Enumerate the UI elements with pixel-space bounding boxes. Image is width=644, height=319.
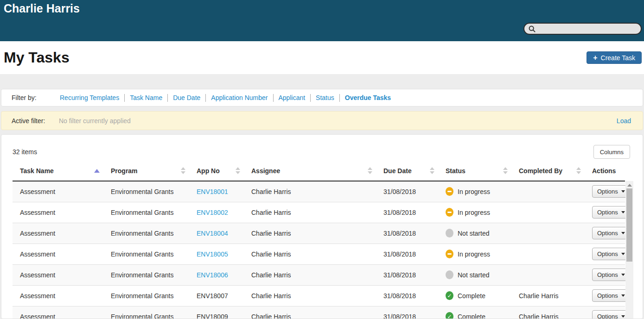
filter-separator [310, 94, 311, 102]
options-button[interactable]: Options [592, 206, 630, 219]
cell-due-date: 31/08/2018 [376, 285, 438, 306]
cell-app-no: ENV18009 [189, 306, 244, 319]
options-button[interactable]: Options [592, 289, 630, 302]
filter-link-application-number[interactable]: Application Number [211, 94, 268, 101]
search-box[interactable] [523, 23, 642, 35]
columns-button[interactable]: Columns [593, 145, 630, 159]
cell-program: Environmental Grants [103, 202, 189, 223]
filter-separator [124, 94, 125, 102]
status-label: Complete [458, 313, 485, 319]
cell-actions: Options [585, 181, 625, 202]
table-row: Assessment Environmental Grants ENV18009… [13, 306, 625, 319]
cell-actions: Options [585, 285, 625, 306]
options-button[interactable]: Options [592, 310, 630, 319]
load-filter-link[interactable]: Load [617, 117, 643, 125]
cell-due-date: 31/08/2018 [376, 202, 438, 223]
filter-links: Recurring TemplatesTask NameDue DateAppl… [60, 94, 391, 102]
items-count: 32 items [13, 148, 37, 156]
cell-task-name: Assessment [13, 202, 103, 223]
cell-actions: Options [585, 244, 625, 264]
active-filter-label: Active filter: [1, 117, 59, 125]
filter-link-recurring-templates[interactable]: Recurring Templates [60, 94, 119, 101]
options-button[interactable]: Options [592, 185, 630, 198]
caret-down-icon [621, 294, 625, 297]
cell-program: Environmental Grants [103, 306, 189, 319]
cell-app-no: ENV18002 [189, 202, 244, 223]
app-no-link[interactable]: ENV18006 [197, 271, 228, 279]
filter-link-status[interactable]: Status [316, 94, 334, 101]
status-complete-icon [446, 312, 453, 319]
cell-status: Not started [438, 264, 511, 285]
app-no-link[interactable]: ENV18004 [197, 230, 228, 237]
scrollbar-thumb[interactable] [626, 188, 632, 262]
options-button[interactable]: Options [592, 227, 630, 239]
sort-icon [503, 167, 508, 174]
cell-program: Environmental Grants [103, 181, 189, 202]
top-banner: Charlie Harris [0, 0, 644, 41]
column-header-actions: Actions [585, 161, 625, 181]
table-scrollbar[interactable] [625, 181, 633, 319]
status-in-progress-icon [446, 187, 453, 196]
app-window: Charlie Harris My Tasks + Create Task Fi… [0, 0, 644, 319]
table-toolbar: 32 items Columns [1, 135, 643, 161]
cell-status: In progress [438, 202, 511, 223]
filter-by-label: Filter by: [1, 94, 60, 101]
caret-down-icon [621, 253, 625, 255]
filter-separator [273, 94, 274, 102]
column-header-due-date[interactable]: Due Date [376, 161, 438, 181]
cell-completed-by [511, 244, 585, 264]
column-header-status[interactable]: Status [438, 161, 511, 181]
sort-icon [236, 167, 240, 174]
create-task-button[interactable]: + Create Task [587, 51, 642, 64]
cell-app-no: ENV18004 [189, 223, 244, 244]
cell-due-date: 31/08/2018 [376, 264, 438, 285]
cell-assignee: Charlie Harris [244, 202, 376, 223]
search-icon [529, 25, 536, 32]
table-row: Assessment Environmental Grants ENV18007… [13, 285, 625, 306]
column-header-assignee[interactable]: Assignee [244, 161, 376, 181]
app-no-link[interactable]: ENV18005 [197, 250, 228, 258]
status-label: Complete [458, 292, 485, 300]
cell-status: In progress [438, 181, 511, 202]
status-in-progress-icon [446, 250, 453, 258]
caret-down-icon [621, 232, 625, 234]
filter-link-applicant[interactable]: Applicant [279, 94, 306, 101]
status-not-started-icon [446, 229, 453, 238]
search-input[interactable] [536, 24, 641, 34]
cell-assignee: Charlie Harris [244, 181, 376, 202]
filter-separator [339, 94, 340, 102]
cell-task-name: Assessment [13, 223, 103, 244]
status-not-started-icon [446, 270, 453, 279]
cell-status: Complete [438, 285, 511, 306]
table-row: Assessment Environmental Grants ENV18002… [13, 202, 625, 223]
options-button[interactable]: Options [592, 269, 630, 281]
cell-completed-by [511, 202, 585, 223]
column-header-completed-by[interactable]: Completed By [511, 161, 585, 181]
app-no-link[interactable]: ENV18001 [197, 188, 228, 195]
sort-icon [576, 167, 581, 174]
column-header-app-no[interactable]: App No [189, 161, 244, 181]
sort-icon [368, 167, 372, 174]
status-label: In progress [458, 188, 490, 195]
table-header-row: Task NameProgramApp NoAssigneeDue DateSt… [13, 161, 625, 181]
cell-completed-by [511, 181, 585, 202]
column-header-program[interactable]: Program [103, 161, 189, 181]
filter-separator [205, 94, 206, 102]
cell-assignee: Charlie Harris [244, 264, 376, 285]
filter-link-task-name[interactable]: Task Name [130, 94, 162, 101]
options-button[interactable]: Options [592, 248, 630, 260]
sort-ascending-icon [94, 169, 100, 173]
status-label: Not started [458, 230, 489, 237]
page-title: My Tasks [4, 49, 70, 66]
cell-completed-by [511, 223, 585, 244]
scroll-up-icon[interactable] [627, 184, 632, 187]
cell-due-date: 31/08/2018 [376, 181, 438, 202]
app-no-link[interactable]: ENV18002 [197, 209, 228, 216]
cell-actions: Options [585, 264, 625, 285]
table-row: Assessment Environmental Grants ENV18006… [13, 264, 625, 285]
table-row: Assessment Environmental Grants ENV18001… [13, 181, 625, 202]
column-header-task-name[interactable]: Task Name [13, 161, 103, 181]
filter-link-overdue-tasks[interactable]: Overdue Tasks [345, 94, 391, 101]
cell-due-date: 31/08/2018 [376, 223, 438, 244]
filter-link-due-date[interactable]: Due Date [173, 94, 200, 101]
